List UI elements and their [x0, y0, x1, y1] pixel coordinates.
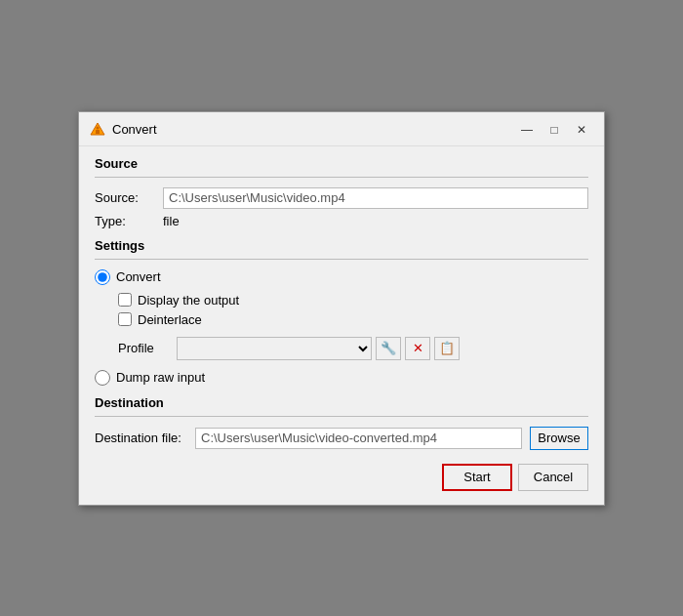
settings-section-label: Settings — [95, 238, 588, 253]
profile-save-button[interactable]: 📋 — [434, 337, 460, 360]
title-bar: Convert — □ ✕ — [79, 112, 604, 146]
destination-input[interactable] — [195, 428, 522, 449]
deinterlace-checkbox[interactable] — [118, 312, 132, 326]
settings-divider — [95, 259, 588, 260]
profile-row: Profile 🔧 ✕ 📋 — [118, 337, 588, 360]
source-input[interactable] — [163, 187, 588, 209]
dialog-content: Source Source: Type: file Settings Conve… — [79, 146, 604, 505]
svg-rect-1 — [96, 130, 100, 134]
profile-select[interactable] — [177, 337, 372, 360]
destination-divider — [95, 416, 588, 417]
source-label: Source: — [95, 190, 163, 205]
cancel-button[interactable]: Cancel — [518, 464, 588, 491]
save-icon: 📋 — [439, 341, 455, 355]
wrench-icon: 🔧 — [381, 341, 396, 355]
maximize-button[interactable]: □ — [542, 120, 567, 140]
convert-radio[interactable] — [95, 269, 110, 285]
destination-section-label: Destination — [95, 395, 588, 410]
profile-delete-button[interactable]: ✕ — [405, 337, 430, 360]
destination-section: Destination Destination file: Browse — [95, 395, 588, 450]
type-label: Type: — [95, 214, 163, 228]
convert-radio-row: Convert — [95, 269, 588, 285]
convert-radio-label[interactable]: Convert — [116, 269, 161, 284]
source-field-row: Source: — [95, 187, 588, 209]
type-field-row: Type: file — [95, 214, 588, 228]
close-button[interactable]: ✕ — [569, 120, 594, 140]
dump-raw-radio-row: Dump raw input — [95, 370, 588, 386]
settings-section: Settings Convert Display the output Dein… — [95, 238, 588, 386]
window-title: Convert — [112, 122, 514, 137]
profile-label: Profile — [118, 341, 173, 355]
dump-raw-label[interactable]: Dump raw input — [116, 370, 205, 385]
delete-icon: ✕ — [413, 341, 423, 355]
display-output-row: Display the output — [118, 293, 588, 308]
source-divider — [95, 177, 588, 178]
browse-button[interactable]: Browse — [530, 427, 588, 450]
convert-dialog: Convert — □ ✕ Source Source: Type: file … — [78, 111, 605, 506]
window-controls: — □ ✕ — [514, 120, 594, 140]
type-value: file — [163, 214, 180, 228]
source-section: Source Source: Type: file — [95, 156, 588, 228]
destination-row: Destination file: Browse — [95, 427, 588, 450]
display-output-checkbox[interactable] — [118, 293, 132, 307]
profile-edit-button[interactable]: 🔧 — [376, 337, 401, 360]
vlc-icon — [89, 121, 106, 139]
start-button[interactable]: Start — [442, 464, 512, 491]
minimize-button[interactable]: — — [514, 120, 540, 140]
dump-raw-radio[interactable] — [95, 370, 110, 386]
footer-row: Start Cancel — [95, 464, 588, 491]
source-section-label: Source — [95, 156, 588, 171]
deinterlace-label[interactable]: Deinterlace — [138, 312, 202, 327]
display-output-label[interactable]: Display the output — [138, 293, 239, 308]
svg-point-2 — [97, 126, 100, 129]
deinterlace-row: Deinterlace — [118, 312, 588, 327]
destination-file-label: Destination file: — [95, 431, 187, 445]
